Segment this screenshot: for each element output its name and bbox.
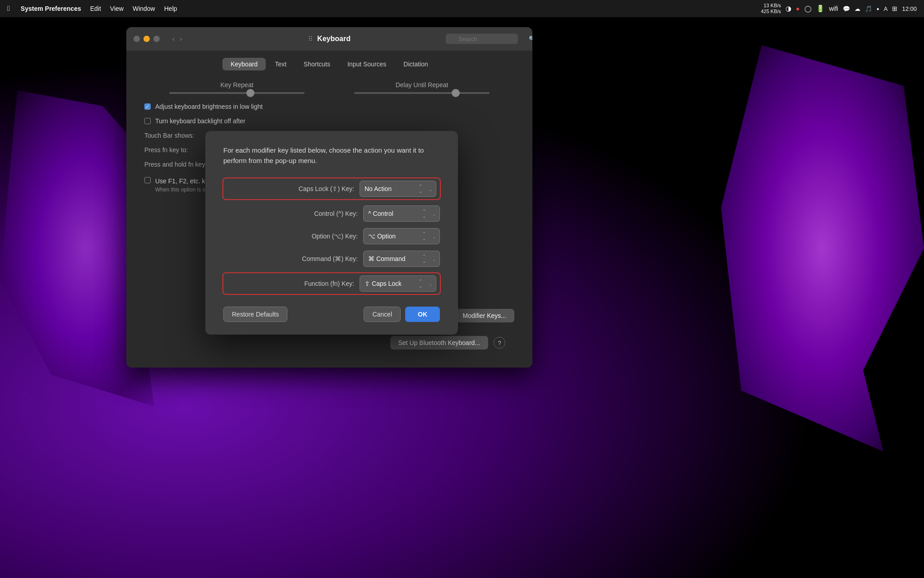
control-label: Control (^) Key: bbox=[286, 210, 358, 217]
control-select[interactable]: ^ Control ⌃⌄ bbox=[363, 205, 440, 222]
option-label: Option (⌥) Key: bbox=[286, 233, 358, 240]
control-value: ^ Control bbox=[368, 210, 393, 217]
control-center-icon: ⊞ bbox=[892, 5, 897, 12]
command-select-wrapper: ⌘ Command ⌃⌄ bbox=[363, 251, 440, 267]
keyboard-input-icon: A bbox=[884, 5, 888, 12]
menubar:  System Preferences Edit View Window He… bbox=[0, 0, 924, 17]
caps-lock-label: Caps Lock (⇪) Key: bbox=[282, 185, 354, 192]
menubar-item-window[interactable]: Window bbox=[133, 5, 155, 12]
command-select[interactable]: ⌘ Command ⌃⌄ bbox=[363, 251, 440, 267]
dot-icon: ● bbox=[877, 6, 879, 11]
cancel-button[interactable]: Cancel bbox=[364, 307, 401, 322]
control-select-arrows: ⌃⌄ bbox=[422, 209, 426, 219]
option-value: ⌥ Option bbox=[368, 233, 396, 240]
battery-icon: 🔋 bbox=[816, 5, 825, 13]
modal-container: For each modifier key listed below, choo… bbox=[205, 131, 458, 335]
function-key-row: Function (fn) Key: ⇪ Caps Lock ⌃⌄ bbox=[223, 273, 440, 294]
restore-defaults-button[interactable]: Restore Defaults bbox=[223, 307, 287, 322]
wechat-icon: 💬 bbox=[843, 5, 850, 12]
option-select-wrapper: ⌥ Option ⌃⌄ bbox=[363, 228, 440, 244]
option-row: Option (⌥) Key: ⌥ Option ⌃⌄ bbox=[223, 228, 440, 244]
command-value: ⌘ Command bbox=[368, 255, 405, 262]
network-speed-indicator: 13 KB/s425 KB/s bbox=[761, 3, 781, 14]
menubar-item-view[interactable]: View bbox=[110, 5, 124, 12]
notification-icon: ● bbox=[796, 5, 799, 12]
function-key-value: ⇪ Caps Lock bbox=[365, 280, 402, 287]
time-display: 12:00 bbox=[902, 5, 917, 12]
caps-lock-value: No Action bbox=[365, 185, 392, 192]
audio-icon: 🎵 bbox=[865, 5, 872, 12]
modal-description: For each modifier key listed below, choo… bbox=[223, 145, 440, 166]
caps-lock-select-arrows: ⌃⌄ bbox=[419, 184, 422, 194]
function-key-label: Function (fn) Key: bbox=[282, 280, 354, 287]
function-key-select[interactable]: ⇪ Caps Lock ⌃⌄ bbox=[360, 275, 436, 292]
cloud-icon: ☁ bbox=[855, 5, 860, 12]
control-row: Control (^) Key: ^ Control ⌃⌄ bbox=[223, 205, 440, 222]
option-select-arrows: ⌃⌄ bbox=[422, 231, 426, 241]
menubar-item-help[interactable]: Help bbox=[164, 5, 177, 12]
menubar-right-status: 13 KB/s425 KB/s ◑ ● ◯ 🔋 wifi 💬 ☁ 🎵 ● A ⊞… bbox=[761, 3, 917, 14]
modifier-key-rows: Caps Lock (⇪) Key: No Action ⌃⌄ Control … bbox=[223, 178, 440, 294]
command-row: Command (⌘) Key: ⌘ Command ⌃⌄ bbox=[223, 251, 440, 267]
wifi-icon: wifi bbox=[829, 5, 838, 12]
moon-icon: ◯ bbox=[804, 5, 812, 12]
modifier-keys-modal: For each modifier key listed below, choo… bbox=[205, 131, 458, 335]
function-key-select-arrows: ⌃⌄ bbox=[419, 279, 422, 289]
option-select[interactable]: ⌥ Option ⌃⌄ bbox=[363, 228, 440, 244]
modal-buttons: Restore Defaults Cancel OK bbox=[223, 307, 440, 322]
modal-ok-cancel-group: Cancel OK bbox=[364, 307, 440, 322]
function-key-select-wrapper: ⇪ Caps Lock ⌃⌄ bbox=[360, 275, 436, 292]
caps-lock-select-wrapper: No Action ⌃⌄ bbox=[360, 181, 436, 197]
control-select-wrapper: ^ Control ⌃⌄ bbox=[363, 205, 440, 222]
appearance-icon: ◑ bbox=[785, 5, 791, 13]
caps-lock-select[interactable]: No Action ⌃⌄ bbox=[360, 181, 436, 197]
menubar-item-edit[interactable]: Edit bbox=[90, 5, 101, 12]
caps-lock-row: Caps Lock (⇪) Key: No Action ⌃⌄ bbox=[223, 178, 440, 199]
command-label: Command (⌘) Key: bbox=[286, 255, 358, 262]
command-select-arrows: ⌃⌄ bbox=[422, 254, 426, 264]
apple-menu-icon[interactable]:  bbox=[7, 5, 10, 13]
ok-button[interactable]: OK bbox=[405, 307, 440, 322]
menubar-item-system-preferences[interactable]: System Preferences bbox=[21, 5, 81, 12]
modal-overlay: For each modifier key listed below, choo… bbox=[0, 0, 924, 578]
